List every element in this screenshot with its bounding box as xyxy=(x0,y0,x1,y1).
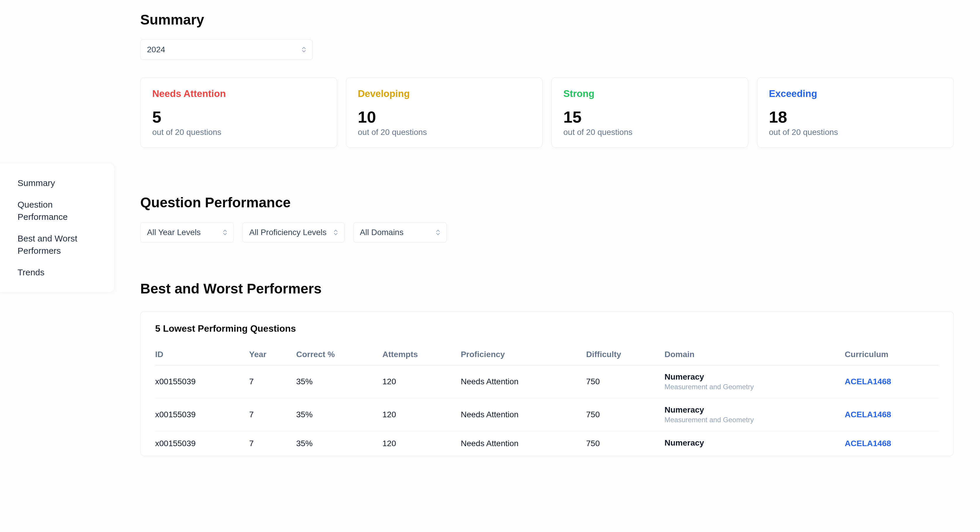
curriculum-link[interactable]: ACELA1468 xyxy=(845,439,891,448)
curriculum-link[interactable]: ACELA1468 xyxy=(845,377,891,386)
card-needs-attention: Needs Attention 5 out of 20 questions xyxy=(140,77,337,148)
question-performance-title: Question Performance xyxy=(140,194,954,211)
cell-year: 7 xyxy=(249,365,296,398)
card-sub: out of 20 questions xyxy=(358,128,531,137)
table-row: x00155039 7 35% 120 Needs Attention 750 … xyxy=(155,431,939,456)
table-card-title: 5 Lowest Performing Questions xyxy=(155,323,939,334)
cell-proficiency: Needs Attention xyxy=(461,398,586,431)
card-title: Needs Attention xyxy=(152,88,325,99)
card-title: Developing xyxy=(358,88,531,99)
cell-curriculum: ACELA1468 xyxy=(845,365,939,398)
year-select-value: 2024 xyxy=(147,45,165,54)
sidebar-item-question-performance[interactable]: Question Performance xyxy=(18,194,96,228)
col-domain: Domain xyxy=(665,346,845,365)
col-id: ID xyxy=(155,346,249,365)
filter-row: All Year Levels All Proficiency Levels A… xyxy=(140,222,954,243)
domains-select-value: All Domains xyxy=(360,228,404,237)
chevron-up-down-icon xyxy=(436,230,440,235)
year-levels-select-value: All Year Levels xyxy=(147,228,201,237)
cell-domain: Numeracy Measurement and Geometry xyxy=(665,398,845,431)
card-strong: Strong 15 out of 20 questions xyxy=(551,77,748,148)
col-year: Year xyxy=(249,346,296,365)
col-proficiency: Proficiency xyxy=(461,346,586,365)
domains-select[interactable]: All Domains xyxy=(353,222,447,243)
summary-cards: Needs Attention 5 out of 20 questions De… xyxy=(140,77,954,148)
card-exceeding: Exceeding 18 out of 20 questions xyxy=(757,77,954,148)
col-attempts: Attempts xyxy=(382,346,461,365)
cell-correct-pct: 35% xyxy=(296,398,382,431)
col-difficulty: Difficulty xyxy=(586,346,665,365)
col-correct-pct: Correct % xyxy=(296,346,382,365)
chevron-up-down-icon xyxy=(334,230,338,235)
cell-attempts: 120 xyxy=(382,398,461,431)
domain-main: Numeracy xyxy=(665,438,845,448)
cell-attempts: 120 xyxy=(382,365,461,398)
card-sub: out of 20 questions xyxy=(769,128,942,137)
year-levels-select[interactable]: All Year Levels xyxy=(140,222,234,243)
card-value: 5 xyxy=(152,108,325,126)
card-sub: out of 20 questions xyxy=(152,128,325,137)
cell-difficulty: 750 xyxy=(586,365,665,398)
table-row: x00155039 7 35% 120 Needs Attention 750 … xyxy=(155,365,939,398)
sidebar: Summary Question Performance Best and Wo… xyxy=(0,0,114,532)
cell-proficiency: Needs Attention xyxy=(461,365,586,398)
cell-curriculum: ACELA1468 xyxy=(845,398,939,431)
proficiency-levels-select-value: All Proficiency Levels xyxy=(249,228,327,237)
main-content: Summary 2024 Needs Attention 5 out of 20… xyxy=(114,0,980,532)
proficiency-levels-select[interactable]: All Proficiency Levels xyxy=(242,222,345,243)
card-title: Strong xyxy=(563,88,736,99)
sidebar-item-trends[interactable]: Trends xyxy=(18,262,96,283)
cell-difficulty: 750 xyxy=(586,398,665,431)
best-worst-title: Best and Worst Performers xyxy=(140,281,954,297)
table-header-row: ID Year Correct % Attempts Proficiency D… xyxy=(155,346,939,365)
table-row: x00155039 7 35% 120 Needs Attention 750 … xyxy=(155,398,939,431)
sidebar-item-best-worst[interactable]: Best and Worst Performers xyxy=(18,228,96,262)
cell-curriculum: ACELA1468 xyxy=(845,431,939,456)
card-value: 18 xyxy=(769,108,942,126)
cell-domain: Numeracy Measurement and Geometry xyxy=(665,365,845,398)
cell-id: x00155039 xyxy=(155,431,249,456)
cell-id: x00155039 xyxy=(155,365,249,398)
sidebar-item-summary[interactable]: Summary xyxy=(18,172,96,194)
cell-id: x00155039 xyxy=(155,398,249,431)
domain-main: Numeracy xyxy=(665,405,845,414)
curriculum-link[interactable]: ACELA1468 xyxy=(845,410,891,419)
card-sub: out of 20 questions xyxy=(563,128,736,137)
sidebar-nav-card: Summary Question Performance Best and Wo… xyxy=(0,164,114,292)
year-select[interactable]: 2024 xyxy=(140,40,313,60)
card-value: 10 xyxy=(358,108,531,126)
cell-difficulty: 750 xyxy=(586,431,665,456)
cell-correct-pct: 35% xyxy=(296,365,382,398)
domain-sub: Measurement and Geometry xyxy=(665,383,845,391)
cell-attempts: 120 xyxy=(382,431,461,456)
chevron-up-down-icon xyxy=(302,47,306,52)
domain-sub: Measurement and Geometry xyxy=(665,416,845,424)
lowest-performing-card: 5 Lowest Performing Questions ID Year Co… xyxy=(140,311,954,456)
cell-domain: Numeracy xyxy=(665,431,845,456)
cell-proficiency: Needs Attention xyxy=(461,431,586,456)
cell-correct-pct: 35% xyxy=(296,431,382,456)
card-developing: Developing 10 out of 20 questions xyxy=(346,77,543,148)
summary-title: Summary xyxy=(140,12,954,28)
cell-year: 7 xyxy=(249,398,296,431)
card-value: 15 xyxy=(563,108,736,126)
col-curriculum: Curriculum xyxy=(845,346,939,365)
cell-year: 7 xyxy=(249,431,296,456)
chevron-up-down-icon xyxy=(223,230,227,235)
lowest-performing-table: ID Year Correct % Attempts Proficiency D… xyxy=(155,346,939,456)
domain-main: Numeracy xyxy=(665,372,845,382)
card-title: Exceeding xyxy=(769,88,942,99)
